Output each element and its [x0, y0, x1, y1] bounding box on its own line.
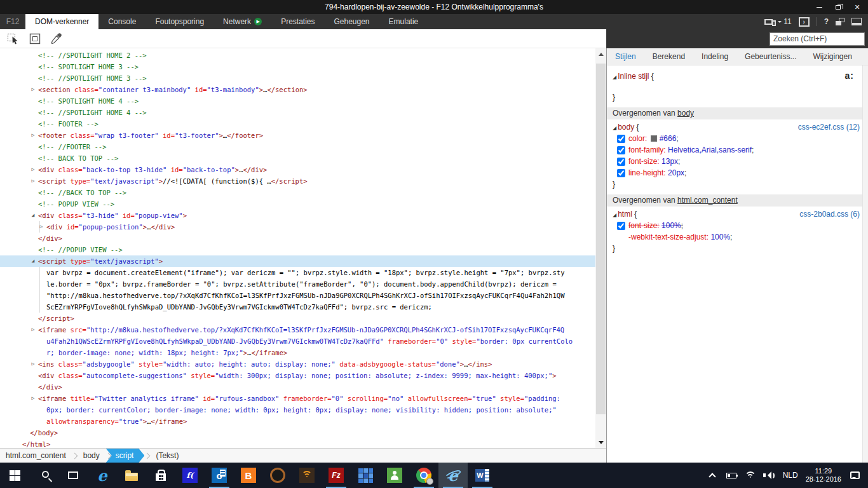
- expand-icon[interactable]: ◢: [613, 74, 616, 80]
- scroll-down-arrow[interactable]: [595, 437, 606, 448]
- search-input[interactable]: [770, 32, 865, 46]
- taskbar-app-person[interactable]: [380, 463, 409, 488]
- dock-bottom-button[interactable]: [851, 18, 862, 25]
- prop-checkbox[interactable]: [617, 169, 625, 177]
- unpin-button[interactable]: [836, 18, 844, 25]
- minimize-button[interactable]: [810, 0, 829, 14]
- dom-tree-line[interactable]: u4Fah2h1QWScEZrmYRPFgVIove8hQLfyhSWkpaD_…: [0, 336, 606, 347]
- dom-tree-line[interactable]: </body>: [0, 427, 606, 438]
- prop-checkbox[interactable]: [617, 158, 625, 166]
- dom-tree-line[interactable]: </html>: [0, 438, 606, 448]
- taskbar-filezilla[interactable]: Fz: [322, 463, 351, 488]
- taskbar-app-circle[interactable]: [263, 463, 292, 488]
- wifi-icon[interactable]: [745, 470, 756, 481]
- dom-tree-line[interactable]: 0px; border: currentColor; border-image:…: [0, 404, 606, 416]
- tab-dom-verkenner[interactable]: DOM-verkenner: [25, 14, 98, 29]
- volume-icon[interactable]: [764, 470, 775, 481]
- collapse-icon[interactable]: ◢: [613, 212, 616, 218]
- taskbar-app-grid[interactable]: [351, 463, 380, 488]
- vertical-scrollbar[interactable]: [595, 48, 606, 448]
- breadcrumb-item-tekst[interactable]: (Tekst): [150, 449, 184, 463]
- css-file-link[interactable]: css-2b0ad.css (6): [799, 210, 862, 219]
- breadcrumb-item-htmlcomcontent[interactable]: html.com_content: [0, 449, 72, 463]
- inherited-from-link[interactable]: body: [677, 109, 694, 118]
- styles-tab-wijzigingen[interactable]: Wijzigingen: [804, 52, 860, 61]
- dom-tree-line[interactable]: </div>: [0, 381, 606, 393]
- taskbar-search[interactable]: [29, 463, 58, 488]
- color-swatch[interactable]: [651, 135, 657, 142]
- collapse-icon[interactable]: ◢: [29, 255, 37, 267]
- taskbar-outlook[interactable]: o: [205, 463, 234, 488]
- taskbar-app-b[interactable]: B: [234, 463, 263, 488]
- tab-foutopsporing[interactable]: Foutopsporing: [146, 14, 214, 29]
- dom-tree-line[interactable]: <!-- POPUP VIEW -->: [0, 198, 606, 210]
- expand-icon[interactable]: ▷: [29, 324, 37, 336]
- dom-tree-line[interactable]: <div class="autocomplete-suggestions" st…: [0, 370, 606, 381]
- dom-tree-line[interactable]: ▷<iframe src="http://m8kua.hestofhedverv…: [0, 324, 606, 336]
- expand-icon[interactable]: ▷: [29, 358, 37, 370]
- close-button[interactable]: ×: [848, 0, 867, 14]
- styles-scrollbar[interactable]: [862, 65, 868, 463]
- styles-tab-stijlen[interactable]: Stijlen: [607, 52, 644, 61]
- dom-tree-line[interactable]: ▷<script type="text/javascript">//<![CDA…: [0, 175, 606, 187]
- dom-tree-line[interactable]: ▷<ins class="adsbygoogle" style="width: …: [0, 358, 606, 370]
- device-emulation-button[interactable]: 11: [764, 17, 791, 26]
- action-center-icon[interactable]: [849, 470, 860, 481]
- inherited-from-link[interactable]: html.com_content: [677, 196, 738, 205]
- console-button[interactable]: ›: [799, 17, 810, 27]
- expand-icon[interactable]: ▷: [29, 393, 37, 404]
- taskbar-start[interactable]: [0, 463, 29, 488]
- clock[interactable]: 11:29 28-12-2016: [806, 467, 841, 484]
- dom-tree-line[interactable]: ▷<section class="container t3-mainbody" …: [0, 84, 606, 95]
- prop-checkbox[interactable]: [617, 222, 625, 230]
- dom-tree-line[interactable]: </div>: [0, 233, 606, 244]
- taskbar-file-explorer[interactable]: [117, 463, 146, 488]
- taskbar-word[interactable]: W: [468, 463, 497, 488]
- taskbar-edge[interactable]: e: [88, 463, 117, 488]
- collapse-icon[interactable]: ◢: [613, 125, 616, 131]
- scrollbar-thumb[interactable]: [596, 64, 606, 414]
- tab-prestaties[interactable]: Prestaties: [271, 14, 324, 29]
- styles-tab-gebeurteniss[interactable]: Gebeurteniss...: [736, 52, 804, 61]
- dom-tree-line[interactable]: <!-- //POPUP VIEW -->: [0, 244, 606, 255]
- dom-tree-line[interactable]: allowtransparency="true">…</iframe>: [0, 416, 606, 427]
- dom-tree-line[interactable]: var bvrpz = document.createElement("ifra…: [0, 267, 606, 278]
- chevron-up-icon[interactable]: [707, 470, 718, 481]
- dom-tree-line[interactable]: le.border = "0px"; bvrpz.frameBorder = "…: [0, 278, 606, 290]
- styles-tab-berekend[interactable]: Berekend: [644, 52, 693, 61]
- dom-tree-line[interactable]: <!-- SPOTLIGHT HOME 4 -->: [0, 95, 606, 107]
- dom-tree-line[interactable]: <!-- //SPOTLIGHT HOME 3 -->: [0, 72, 606, 84]
- dom-tree-line[interactable]: <!-- //FOOTER -->: [0, 141, 606, 152]
- dom-tree-line[interactable]: ▷<div id="popup-position">…</div>: [0, 221, 606, 233]
- language-indicator[interactable]: NLD: [783, 471, 798, 480]
- dom-tree-line[interactable]: ◢<div class="t3-hide" id="popup-view">: [0, 210, 606, 221]
- dom-tree-line[interactable]: ▷<div class="back-to-top t3-hide" id="ba…: [0, 164, 606, 175]
- expand-icon[interactable]: ▷: [29, 130, 37, 141]
- select-element-icon[interactable]: [7, 33, 20, 44]
- css-file-link[interactable]: css-ec2ef.css (12): [798, 123, 862, 132]
- breadcrumb-item-body[interactable]: body: [78, 449, 105, 463]
- taskbar-app-wifi[interactable]: [292, 463, 322, 488]
- breadcrumb-item-script[interactable]: script: [106, 449, 145, 463]
- dom-tree-line[interactable]: </script>: [0, 313, 606, 324]
- collapse-icon[interactable]: ◢: [29, 210, 37, 221]
- tab-geheugen[interactable]: Geheugen: [324, 14, 379, 29]
- dom-tree-line[interactable]: ▷<iframe title="Twitter analytics iframe…: [0, 393, 606, 404]
- dom-tree-line[interactable]: "http://m8kua.hestofhedverve.top/?xXqKd7…: [0, 290, 606, 301]
- expand-icon[interactable]: ▷: [29, 175, 37, 187]
- prop-checkbox[interactable]: [617, 146, 625, 154]
- expand-icon[interactable]: ▷: [29, 164, 37, 175]
- dom-tree-line[interactable]: <!-- //SPOTLIGHT HOME 2 -->: [0, 50, 606, 61]
- expand-icon[interactable]: ▷: [29, 84, 37, 95]
- battery-icon[interactable]: [726, 470, 737, 481]
- scroll-up-arrow[interactable]: [595, 48, 606, 59]
- taskbar-task-view[interactable]: [58, 463, 88, 488]
- color-picker-icon[interactable]: [50, 33, 62, 44]
- prop-checkbox[interactable]: [617, 135, 625, 143]
- dom-tree-line[interactable]: ScEZrmYRPFgVIove8hQLfyhSWkpaD_UDbYAND-Jv…: [0, 301, 606, 313]
- help-button[interactable]: ?: [824, 17, 829, 26]
- restore-button[interactable]: [829, 0, 848, 14]
- taskbar-store[interactable]: [146, 463, 175, 488]
- dom-tree-line[interactable]: <!-- //BACK TO TOP -->: [0, 187, 606, 198]
- inline-style-rule[interactable]: ◢Inline stijl {: [613, 71, 862, 83]
